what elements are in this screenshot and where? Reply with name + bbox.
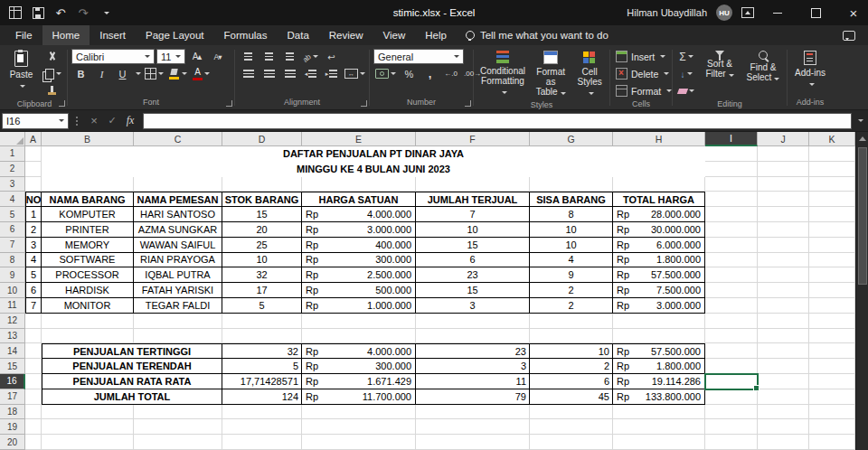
cell-G12[interactable] [530,314,613,329]
cell-D3[interactable] [222,177,302,192]
name-box[interactable]: I16 [2,113,69,129]
cell-I10[interactable] [705,283,758,298]
cell-J11[interactable] [758,298,809,314]
insert-function-button[interactable] [123,113,137,129]
cell-J12[interactable] [758,314,809,329]
comments-button[interactable] [843,31,855,41]
sheet-title-line2[interactable]: MINGGU KE 4 BULAN JUNI 2023 [42,162,705,177]
cell-H20[interactable] [613,435,705,450]
cell-E11[interactable]: Rp1.000.000 [302,298,416,314]
cell-F19[interactable] [416,419,530,435]
column-header-A[interactable]: A [25,132,42,146]
cell-C18[interactable] [134,405,222,420]
cell-A1[interactable] [25,146,42,162]
cell-D16[interactable]: 17,71428571 [222,374,302,389]
cell-K15[interactable] [809,359,855,374]
addins-button[interactable]: Add-ins [791,49,829,89]
cell-K5[interactable] [809,207,855,222]
cell-A20[interactable] [25,435,42,450]
row-header-19[interactable]: 19 [0,419,25,435]
decrease-font-size-button[interactable] [208,49,227,64]
cell-G5[interactable]: 8 [530,207,613,222]
cell-J7[interactable] [758,238,809,253]
font-name-select[interactable]: Calibri [71,49,155,64]
row-header-8[interactable]: 8 [0,253,25,268]
cell-A11[interactable]: 7 [25,298,42,314]
cell-C7[interactable]: WAWAN SAIFUL [134,238,222,253]
cell-I13[interactable] [705,329,758,344]
cell-A14[interactable] [25,343,42,359]
scroll-thumb[interactable] [858,147,867,285]
cell-F8[interactable]: 6 [416,253,530,268]
cell-H8[interactable]: Rp1.800.000 [613,253,705,268]
cell-K19[interactable] [809,419,855,435]
delete-cells-button[interactable]: Delete [614,66,671,81]
summary-label-row-15[interactable]: PENJUALAN TERENDAH [42,359,222,374]
cell-A15[interactable] [25,359,42,374]
cell-G8[interactable]: 4 [530,253,613,268]
sort-filter-button[interactable]: Sort & Filter [700,49,740,80]
cell-A18[interactable] [25,405,42,420]
format-as-table-button[interactable]: Format as Table [532,49,570,99]
formula-bar-handle[interactable] [76,120,78,122]
cell-I11[interactable] [705,298,758,314]
cell-F9[interactable]: 23 [416,267,530,283]
cell-A3[interactable] [25,177,42,192]
cell-E17[interactable]: Rp11.700.000 [302,389,416,405]
cell-D4[interactable]: STOK BARANG [222,192,302,207]
cell-G13[interactable] [530,329,613,344]
cell-J16[interactable] [758,374,809,389]
conditional-formatting-button[interactable]: Conditional Formatting [477,49,528,98]
cell-C13[interactable] [134,329,222,344]
row-header-17[interactable]: 17 [0,389,25,405]
formula-input[interactable] [143,113,852,129]
cell-E5[interactable]: Rp4.000.000 [302,207,416,222]
cell-K10[interactable] [809,283,855,298]
cell-A16[interactable] [25,374,42,389]
cell-F17[interactable]: 79 [416,389,530,405]
cell-F11[interactable]: 3 [416,298,530,314]
cell-B7[interactable]: MEMORY [42,238,134,253]
font-dialog-launcher[interactable] [226,100,232,107]
cell-D14[interactable]: 32 [222,343,302,359]
cell-F15[interactable]: 3 [416,359,530,374]
select-all-button[interactable] [0,132,25,146]
decrease-indent-button[interactable] [301,66,320,81]
cell-D8[interactable]: 10 [222,253,302,268]
cell-K6[interactable] [809,222,855,238]
cell-E15[interactable]: Rp300.000 [302,359,416,374]
cell-I18[interactable] [705,405,758,420]
cut-button[interactable] [41,49,63,64]
cell-H16[interactable]: Rp19.114.286 [613,374,705,389]
cell-E14[interactable]: Rp4.000.000 [302,343,416,359]
cell-D11[interactable]: 5 [222,298,302,314]
cell-H11[interactable]: Rp3.000.000 [613,298,705,314]
expand-formula-bar-button[interactable] [852,119,868,122]
number-dialog-launcher[interactable] [465,100,471,107]
ribbon-display-options-button[interactable] [741,5,754,20]
cell-A12[interactable] [25,314,42,329]
cell-H14[interactable]: Rp57.500.000 [613,343,705,359]
cell-E12[interactable] [302,314,416,329]
cell-H17[interactable]: Rp133.800.000 [613,389,705,405]
tab-page-layout[interactable]: Page Layout [136,25,214,45]
tab-help[interactable]: Help [415,25,457,45]
format-painter-button[interactable] [41,83,63,98]
cell-D7[interactable]: 25 [222,238,302,253]
cell-C9[interactable]: IQBAL PUTRA [134,267,222,283]
cell-H15[interactable]: Rp1.800.000 [613,359,705,374]
cell-I5[interactable] [705,207,758,222]
cell-H5[interactable]: Rp28.000.000 [613,207,705,222]
cell-H18[interactable] [613,405,705,420]
row-header-5[interactable]: 5 [0,207,25,222]
cell-I2[interactable] [705,162,758,177]
cell-J18[interactable] [758,405,809,420]
cell-H12[interactable] [613,314,705,329]
cell-I20[interactable] [705,435,758,450]
cell-J4[interactable] [758,192,809,207]
cell-H4[interactable]: TOTAL HARGA [613,192,705,207]
cell-C3[interactable] [134,177,222,192]
cell-A2[interactable] [25,162,42,177]
cell-C6[interactable]: AZMA SUNGKAR [134,222,222,238]
cell-C10[interactable]: FATAH YARISKI [134,283,222,298]
